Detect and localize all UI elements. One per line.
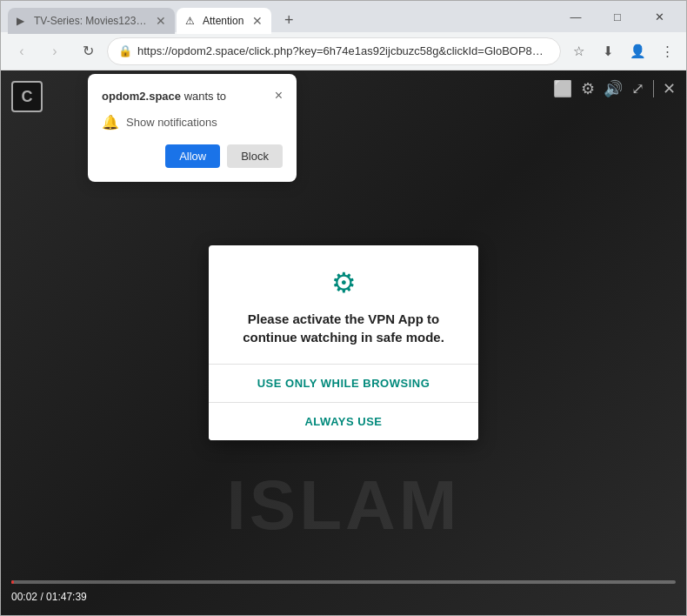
maximize-button[interactable]: □	[597, 3, 637, 30]
separator	[653, 80, 654, 97]
background-logo: ISLAM	[227, 465, 461, 546]
player-controls-top: ⬜ ⚙ 🔊 ⤢ ✕	[553, 79, 676, 98]
vpn-gear-icon: ⚙	[226, 266, 461, 299]
total-time: 01:47:39	[46, 591, 87, 603]
video-progress[interactable]	[1, 580, 686, 584]
c-logo: C	[11, 81, 43, 112]
forward-button[interactable]: ›	[41, 37, 69, 65]
close-window-button[interactable]: ✕	[639, 3, 679, 30]
tab-favicon-2: ⚠	[185, 15, 197, 27]
tab-label-2: Attention	[203, 15, 243, 27]
tab-label-1: TV-Series: Movies123: Watch T	[34, 15, 147, 27]
notification-actions: Allow Block	[102, 144, 283, 168]
progress-track[interactable]	[11, 580, 676, 584]
vpn-always-use-button[interactable]: ALWAYS USE	[209, 403, 478, 440]
reload-button[interactable]: ↻	[74, 37, 102, 65]
video-background: ISLAM C ⬜ ⚙ 🔊 ⤢ ✕	[1, 70, 686, 615]
back-button[interactable]: ‹	[8, 37, 36, 65]
notification-header: opdom2.space wants to ×	[102, 88, 283, 104]
monitor-icon[interactable]: ⬜	[553, 79, 572, 98]
notification-popup: opdom2.space wants to × 🔔 Show notificat…	[88, 74, 297, 182]
time-display: 00:02 / 01:47:39	[11, 591, 87, 603]
close-player-button[interactable]: ✕	[663, 79, 676, 98]
progress-fill	[11, 580, 14, 584]
notification-message: Show notifications	[126, 116, 217, 129]
profile-button[interactable]: 👤	[625, 39, 650, 64]
star-button[interactable]: ☆	[566, 39, 590, 64]
notification-site: opdom2.space	[102, 90, 181, 103]
tab-favicon-1: ▶	[17, 15, 29, 27]
download-button[interactable]: ⬇	[596, 39, 620, 64]
browser-window: ▶ TV-Series: Movies123: Watch T ✕ ⚠ Atte…	[0, 0, 687, 616]
vpn-modal: ⚙ Please activate the VPN App to continu…	[209, 245, 478, 440]
allow-button[interactable]: Allow	[165, 144, 220, 168]
settings-icon[interactable]: ⚙	[581, 79, 595, 98]
video-overlay: ISLAM C ⬜ ⚙ 🔊 ⤢ ✕	[1, 70, 686, 615]
fullscreen-icon[interactable]: ⤢	[631, 79, 644, 98]
current-time: 00:02	[11, 591, 37, 603]
tab-area: ▶ TV-Series: Movies123: Watch T ✕ ⚠ Atte…	[8, 1, 552, 32]
vpn-use-while-browsing-button[interactable]: USE ONLY WHILE BROWSING	[209, 365, 478, 402]
notification-close-button[interactable]: ×	[275, 88, 283, 104]
tab-tv-series[interactable]: ▶ TV-Series: Movies123: Watch T ✕	[8, 8, 175, 34]
vpn-title: Please activate the VPN App to continue …	[226, 310, 461, 346]
vpn-modal-body: ⚙ Please activate the VPN App to continu…	[209, 245, 478, 346]
menu-button[interactable]: ⋮	[655, 39, 679, 64]
notification-title: opdom2.space wants to	[102, 90, 226, 103]
volume-icon[interactable]: 🔊	[604, 79, 623, 98]
title-bar: ▶ TV-Series: Movies123: Watch T ✕ ⚠ Atte…	[1, 1, 686, 32]
block-button[interactable]: Block	[227, 144, 283, 168]
bell-icon: 🔔	[102, 114, 119, 131]
lock-icon: 🔒	[118, 44, 132, 57]
notification-row: 🔔 Show notifications	[102, 114, 283, 131]
tab-close-1[interactable]: ✕	[156, 14, 166, 28]
notification-wants-to: wants to	[181, 90, 226, 103]
toolbar: ‹ › ↻ 🔒 https://opdom2.space/click.php?k…	[1, 32, 686, 70]
new-tab-button[interactable]: +	[277, 8, 301, 32]
window-controls: — □ ✕	[556, 3, 679, 30]
address-bar[interactable]: 🔒 https://opdom2.space/click.php?key=6h7…	[107, 37, 561, 65]
address-text: https://opdom2.space/click.php?key=6h74e…	[137, 44, 550, 57]
tab-attention[interactable]: ⚠ Attention ✕	[177, 8, 271, 34]
content-area: ISLAM C ⬜ ⚙ 🔊 ⤢ ✕	[1, 70, 686, 615]
tab-close-2[interactable]: ✕	[252, 14, 263, 28]
minimize-button[interactable]: —	[556, 3, 596, 30]
